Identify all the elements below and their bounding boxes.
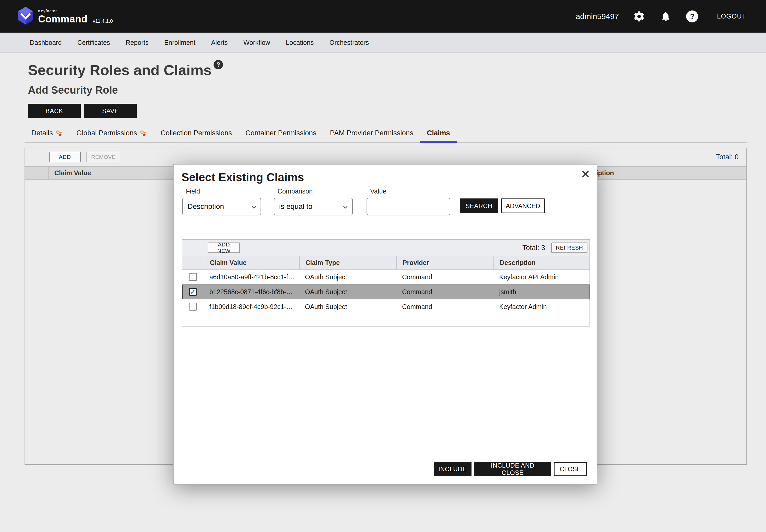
claim-row-checkbox-cell xyxy=(182,270,204,284)
grid-th-checkbox xyxy=(182,256,204,269)
chevron-down-icon xyxy=(251,204,257,210)
description-cell: Keyfactor Admin xyxy=(493,299,590,314)
include-button[interactable]: INCLUDE xyxy=(434,462,471,476)
search-button[interactable]: SEARCH xyxy=(460,198,498,213)
provider-cell: Command xyxy=(396,299,493,314)
username: admin59497 xyxy=(576,12,619,21)
add-new-button[interactable]: ADD NEW xyxy=(208,243,240,253)
advanced-button[interactable]: ADVANCED xyxy=(501,198,545,213)
field-select-value: Description xyxy=(187,202,224,211)
tab-global-permissions[interactable]: Global Permissions xyxy=(70,129,154,143)
provider-cell: Command xyxy=(396,270,493,284)
nav-item-reports[interactable]: Reports xyxy=(118,33,156,52)
warning-key-icon xyxy=(140,130,147,137)
tab-container-permissions[interactable]: Container Permissions xyxy=(239,129,323,143)
close-button[interactable]: CLOSE xyxy=(554,462,587,476)
topbar-right: admin59497 ? LOGOUT xyxy=(576,10,746,23)
grid-th-claim-value: Claim Value xyxy=(204,256,299,269)
page-title: Security Roles and Claims? xyxy=(28,62,223,78)
description-cell: Keyfactor API Admin xyxy=(493,270,590,284)
nav-item-orchestrators[interactable]: Orchestrators xyxy=(322,33,377,52)
row-checkbox[interactable] xyxy=(189,303,197,311)
page-title-text: Security Roles and Claims xyxy=(28,62,212,78)
claims-total: Total: 0 xyxy=(716,153,739,161)
value-label: Value xyxy=(370,188,450,195)
claims-toolbar: ADD REMOVE Total: 0 xyxy=(25,148,746,162)
save-button[interactable]: SAVE xyxy=(84,104,137,118)
claim-row-selected[interactable]: ✓ b122568c-0871-4f6c-bf8b-… OAuth Subjec… xyxy=(182,285,590,299)
help-icon[interactable]: ? xyxy=(686,10,698,22)
claims-th-description: Description xyxy=(572,167,746,179)
nav-item-workflow[interactable]: Workflow xyxy=(236,33,278,52)
tab-collection-permissions[interactable]: Collection Permissions xyxy=(154,129,239,143)
grid-th-claim-type: Claim Type xyxy=(299,256,396,269)
description-cell: jsmith xyxy=(493,285,590,299)
comparison-select[interactable]: is equal to xyxy=(274,198,353,215)
provider-cell: Command xyxy=(396,285,493,299)
nav-item-dashboard[interactable]: Dashboard xyxy=(22,33,69,52)
refresh-button[interactable]: REFRESH xyxy=(551,243,588,253)
grid-th-description: Description xyxy=(493,256,590,269)
warning-key-icon xyxy=(56,130,63,137)
select-existing-claims-dialog: Select Existing Claims × Field Descripti… xyxy=(173,164,597,485)
head-buttons: BACK SAVE xyxy=(25,104,766,118)
brand-text: Keyfactor Command xyxy=(38,9,87,27)
nav-item-alerts[interactable]: Alerts xyxy=(203,33,236,52)
remove-button: REMOVE xyxy=(86,152,120,162)
comparison-group: Comparison is equal to xyxy=(274,188,353,215)
row-checkbox-checked[interactable]: ✓ xyxy=(189,288,197,296)
claim-value-cell: b122568c-0871-4f6c-bf8b-… xyxy=(204,285,299,299)
tab-details[interactable]: Details xyxy=(25,129,70,143)
tab-details-label: Details xyxy=(31,129,53,137)
claim-value-cell: f1b09d18-89ef-4c9b-92c1-… xyxy=(204,299,299,314)
nav-item-certificates[interactable]: Certificates xyxy=(69,33,118,52)
tab-claims[interactable]: Claims xyxy=(420,129,457,143)
tab-container-permissions-label: Container Permissions xyxy=(246,129,316,137)
tab-global-permissions-label: Global Permissions xyxy=(76,129,137,137)
field-label: Field xyxy=(186,188,261,195)
dialog-title: Select Existing Claims xyxy=(181,171,304,184)
chevron-down-icon xyxy=(342,204,349,210)
back-button[interactable]: BACK xyxy=(28,104,81,118)
claim-type-cell: OAuth Subject xyxy=(299,270,396,284)
keyfactor-logo-icon xyxy=(17,6,34,25)
app-version: v11.4.1.0 xyxy=(93,18,113,27)
brand-command: Command xyxy=(38,14,87,24)
claim-row-checkbox-cell: ✓ xyxy=(182,285,204,299)
claims-th-checkbox xyxy=(25,167,49,179)
bell-icon[interactable] xyxy=(660,10,672,23)
tab-bar: Details Global Permissions Collection Pe… xyxy=(25,126,747,143)
claim-type-cell: OAuth Subject xyxy=(299,285,396,299)
include-and-close-button[interactable]: INCLUDE AND CLOSE xyxy=(474,462,551,476)
tab-pam-provider-permissions-label: PAM Provider Permissions xyxy=(330,129,413,137)
page-help-icon[interactable]: ? xyxy=(214,60,223,69)
brand-keyfactor: Keyfactor xyxy=(38,9,87,13)
value-group: Value xyxy=(367,188,450,215)
claim-type-cell: OAuth Subject xyxy=(299,299,396,314)
topbar: Keyfactor Command v11.4.1.0 admin59497 ?… xyxy=(0,0,766,33)
add-button[interactable]: ADD xyxy=(49,152,81,162)
close-icon[interactable]: × xyxy=(581,167,590,181)
nav-item-locations[interactable]: Locations xyxy=(278,33,322,52)
value-input[interactable] xyxy=(367,198,450,215)
claims-results-grid: ADD NEW Total: 3 REFRESH Claim Value Cla… xyxy=(182,239,590,327)
tab-claims-label: Claims xyxy=(427,129,450,137)
grid-header: Claim Value Claim Type Provider Descript… xyxy=(182,256,590,270)
nav-item-enrollment[interactable]: Enrollment xyxy=(156,33,204,52)
field-select[interactable]: Description xyxy=(182,198,261,215)
grid-toolbar: ADD NEW Total: 3 REFRESH xyxy=(182,240,590,256)
dialog-footer: INCLUDE INCLUDE AND CLOSE CLOSE xyxy=(434,462,587,476)
logout-button[interactable]: LOGOUT xyxy=(717,13,746,20)
row-checkbox[interactable] xyxy=(189,273,197,281)
claim-row[interactable]: a6d10a50-a9ff-421b-8cc1-f… OAuth Subject… xyxy=(182,270,590,285)
gear-icon[interactable] xyxy=(633,10,645,23)
claim-row[interactable]: f1b09d18-89ef-4c9b-92c1-… OAuth Subject … xyxy=(182,299,590,314)
comparison-label: Comparison xyxy=(278,188,353,195)
tab-pam-provider-permissions[interactable]: PAM Provider Permissions xyxy=(323,129,420,143)
brand: Keyfactor Command v11.4.1.0 xyxy=(17,6,113,27)
grid-th-provider: Provider xyxy=(396,256,493,269)
field-group: Field Description xyxy=(182,188,261,215)
claim-row-checkbox-cell xyxy=(182,299,204,314)
tab-collection-permissions-label: Collection Permissions xyxy=(160,129,232,137)
page-subtitle: Add Security Role xyxy=(28,84,766,96)
